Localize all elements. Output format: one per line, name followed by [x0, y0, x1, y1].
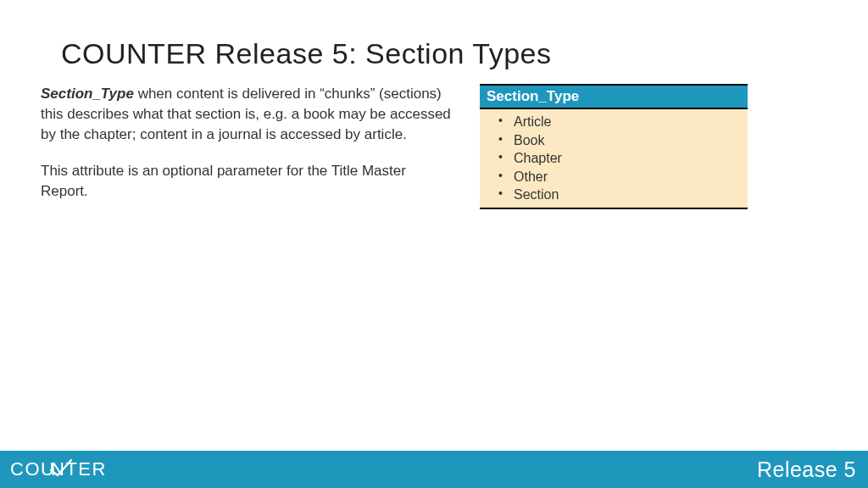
slide-title: COUNTER Release 5: Section Types	[0, 0, 868, 70]
list-item: Section	[498, 186, 743, 204]
list-item: Other	[498, 168, 743, 186]
list-item: Article	[498, 113, 743, 131]
svg-text:NTER: NTER	[51, 458, 107, 480]
counter-logo: COU NTER	[10, 458, 127, 480]
footer-bar: COU NTER Release 5	[0, 451, 868, 488]
footer-release-label: Release 5	[757, 458, 856, 482]
list-item: Chapter	[498, 149, 743, 168]
counter-logo-svg: COU NTER	[10, 458, 127, 480]
description-para-1: Section_Type when content is delivered i…	[41, 84, 456, 144]
section-type-list: Article Book Chapter Other Section	[485, 113, 743, 204]
description-column: Section_Type when content is delivered i…	[41, 84, 456, 209]
table-body: Article Book Chapter Other Section	[480, 109, 748, 208]
svg-text:COU: COU	[10, 458, 55, 480]
table-column: Section_Type Article Book Chapter Other …	[480, 84, 748, 209]
description-para-2: This attribute is an optional parameter …	[41, 161, 456, 202]
list-item: Book	[498, 131, 743, 150]
table-header: Section_Type	[480, 86, 748, 109]
content-area: Section_Type when content is delivered i…	[0, 70, 868, 209]
section-type-table: Section_Type Article Book Chapter Other …	[480, 84, 748, 209]
term-label: Section_Type	[41, 86, 134, 102]
